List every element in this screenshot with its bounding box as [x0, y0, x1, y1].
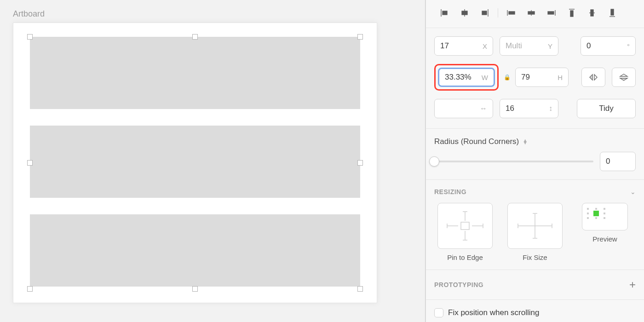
rotation-input[interactable] [586, 41, 625, 51]
stepper-icon[interactable]: ▲▼ [523, 139, 528, 144]
svg-rect-11 [548, 12, 554, 14]
prototyping-section: PROTOTYPING + [426, 270, 644, 300]
selection-handle[interactable] [27, 160, 33, 166]
preview-tile[interactable]: Preview [574, 203, 636, 261]
svg-rect-36 [587, 213, 589, 214]
vertical-gap-input[interactable] [506, 104, 549, 113]
resizing-section: RESIZING ⌄ Pin to Edge [426, 180, 644, 270]
width-field[interactable]: W [438, 68, 495, 87]
selection-handle[interactable] [27, 286, 33, 292]
alignment-toolbar [426, 0, 644, 28]
align-top-icon[interactable] [562, 6, 582, 19]
selection-handle[interactable] [357, 286, 363, 292]
flip-vertical-button[interactable] [612, 68, 636, 87]
horizontal-arrows-icon: ↔ [480, 104, 487, 113]
inspector-panel: X Y ° W 🔒 H [426, 0, 644, 322]
distribute-left-icon[interactable] [501, 6, 521, 19]
align-center-h-icon[interactable] [454, 6, 475, 19]
flip-horizontal-button[interactable] [581, 68, 605, 87]
svg-rect-1 [443, 11, 447, 15]
svg-rect-5 [482, 11, 487, 15]
slider-thumb[interactable] [429, 156, 439, 167]
svg-rect-39 [595, 217, 597, 219]
height-input[interactable] [521, 73, 556, 82]
y-field[interactable]: Y [500, 36, 558, 56]
radius-label: Radius (Round Corners) [434, 137, 519, 146]
geometry-section: X Y ° W 🔒 H [426, 28, 644, 129]
selected-layer-2[interactable] [30, 126, 360, 198]
align-bottom-icon[interactable] [602, 6, 622, 19]
artboard[interactable] [13, 23, 377, 303]
svg-rect-3 [462, 11, 467, 15]
selected-layer-1[interactable] [30, 37, 360, 109]
y-input[interactable] [506, 41, 546, 51]
selection-handle[interactable] [192, 34, 198, 40]
height-field[interactable]: H [515, 68, 569, 87]
vertical-arrows-icon: ↕ [549, 104, 552, 113]
align-left-icon[interactable] [434, 6, 454, 19]
resizing-title: RESIZING [434, 188, 466, 196]
svg-rect-26 [461, 222, 469, 230]
svg-rect-33 [587, 208, 589, 210]
selection-handle[interactable] [357, 34, 363, 40]
svg-rect-15 [591, 10, 593, 16]
chevron-down-icon[interactable]: ⌄ [630, 188, 636, 196]
align-middle-icon[interactable] [582, 6, 602, 19]
svg-rect-40 [604, 217, 605, 219]
svg-rect-38 [587, 217, 589, 219]
canvas-area: Artboard [0, 0, 426, 322]
radius-value-field[interactable]: 0 [600, 152, 636, 171]
fix-position-label: Fix position when scrolling [448, 308, 539, 317]
selection-handle[interactable] [27, 34, 33, 40]
distribute-center-icon[interactable] [521, 6, 541, 19]
svg-rect-13 [570, 11, 573, 17]
svg-rect-17 [611, 9, 614, 15]
pin-to-edge-tile[interactable]: Pin to Edge [434, 203, 496, 261]
artboard-label: Artboard [13, 9, 412, 19]
fix-size-tile[interactable]: Fix Size [504, 203, 566, 261]
align-right-icon[interactable] [475, 6, 495, 19]
distribute-right-icon[interactable] [541, 6, 562, 19]
fix-position-row[interactable]: Fix position when scrolling [426, 300, 644, 322]
svg-rect-7 [509, 12, 515, 14]
width-input[interactable] [445, 73, 480, 82]
svg-rect-35 [604, 208, 605, 210]
selection-handle[interactable] [192, 286, 198, 292]
vertical-gap-field[interactable]: ↕ [500, 99, 558, 118]
radius-slider[interactable] [434, 161, 593, 162]
lock-aspect-icon[interactable]: 🔒 [505, 74, 509, 80]
svg-rect-37 [604, 213, 605, 214]
svg-rect-9 [528, 12, 535, 14]
width-field-highlight: W [434, 64, 499, 91]
rotation-field[interactable]: ° [581, 36, 636, 56]
horizontal-gap-field[interactable]: ↔ [434, 99, 493, 118]
x-field[interactable]: X [434, 36, 493, 56]
x-input[interactable] [440, 41, 481, 51]
radius-section: Radius (Round Corners) ▲▼ 0 [426, 129, 644, 180]
tidy-button[interactable]: Tidy [577, 99, 636, 118]
svg-rect-34 [595, 208, 597, 210]
selection-handle[interactable] [357, 160, 363, 166]
selected-layer-3[interactable] [30, 214, 360, 287]
prototyping-title: PROTOTYPING [434, 281, 483, 288]
fix-position-checkbox[interactable] [434, 308, 443, 317]
plus-icon[interactable]: + [629, 278, 636, 291]
svg-rect-41 [593, 211, 599, 216]
